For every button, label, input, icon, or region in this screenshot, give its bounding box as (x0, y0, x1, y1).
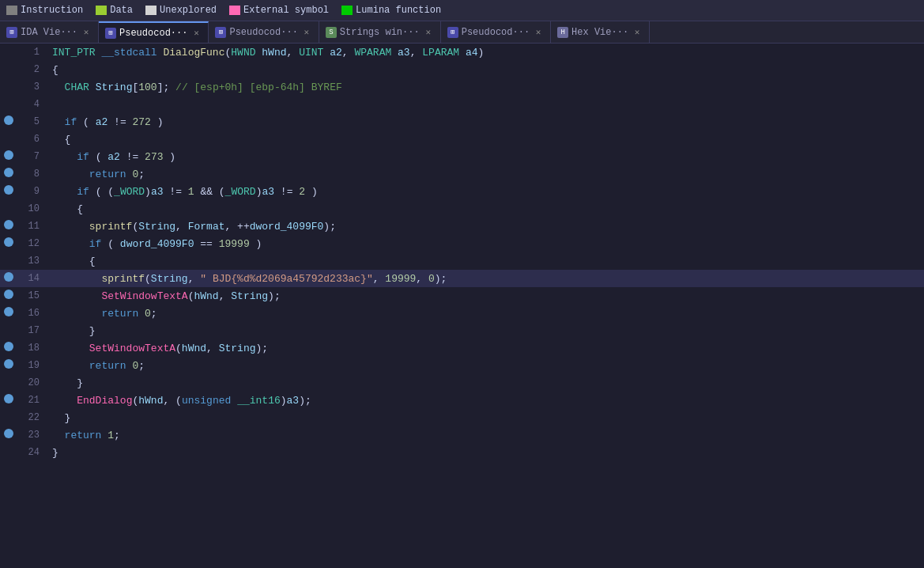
line-num-19: 19 (17, 357, 46, 374)
bp-18 (0, 339, 17, 357)
bp-9 (0, 183, 17, 200)
line-num-7: 7 (17, 148, 46, 165)
line-num-10: 10 (17, 200, 46, 218)
tab-hex-icon: H (557, 27, 568, 38)
lumina-label: Lumina function (356, 5, 441, 16)
legend-external-symbol: External symbol (229, 5, 329, 16)
table-row: 9 if ( (_WORD)a3 != 1 && (_WORD)a3 != 2 … (0, 183, 924, 200)
breakpoint-15 (4, 290, 13, 299)
code-line-2: { (46, 61, 924, 78)
line-num-22: 22 (17, 409, 46, 426)
code-line-21: EndDialog(hWnd, (unsigned __int16)a3); (46, 392, 924, 409)
tab-hex-view[interactable]: H Hex Vie··· ✕ (551, 21, 650, 43)
table-row: 2 { (0, 61, 924, 78)
data-label: Data (110, 5, 133, 16)
breakpoint-21 (4, 394, 13, 403)
tab-ida-view[interactable]: ⊞ IDA Vie··· ✕ (0, 21, 99, 43)
tab-pseudo3-close[interactable]: ✕ (533, 27, 544, 37)
tab-pseudocode-3[interactable]: ⊞ Pseudocod··· ✕ (441, 21, 551, 43)
unexplored-swatch (145, 6, 157, 15)
code-area[interactable]: 1 INT_PTR __stdcall DialogFunc(HWND hWnd… (0, 44, 924, 568)
bp-15 (0, 287, 17, 305)
breakpoint-7 (4, 150, 13, 160)
tab-ida-icon: ⊞ (6, 27, 17, 38)
tab-ida-close[interactable]: ✕ (81, 27, 92, 37)
line-num-8: 8 (17, 165, 46, 183)
code-line-22: } (46, 409, 924, 426)
tab-pseudo1-close[interactable]: ✕ (190, 28, 202, 38)
breakpoint-5 (4, 115, 13, 125)
breakpoint-16 (4, 307, 13, 316)
tab-pseudocode-1[interactable]: ⊞ Pseudocod··· ✕ (99, 21, 209, 43)
line-num-24: 24 (17, 444, 46, 461)
tab-pseudo3-label: Pseudocod··· (462, 27, 530, 38)
bp-19 (0, 357, 17, 374)
instruction-label: Instruction (21, 5, 83, 16)
bp-5 (0, 113, 17, 131)
table-row: 5 if ( a2 != 272 ) (0, 113, 924, 131)
line-num-14: 14 (17, 270, 46, 287)
code-line-24: } (46, 444, 924, 461)
table-row: 19 return 0; (0, 357, 924, 374)
code-line-3: CHAR String[100]; // [esp+0h] [ebp-64h] … (46, 78, 924, 96)
line-num-9: 9 (17, 183, 46, 200)
bp-12 (0, 235, 17, 252)
bp-8 (0, 165, 17, 183)
lumina-swatch (341, 6, 353, 15)
tab-pseudo2-close[interactable]: ✕ (301, 27, 312, 37)
breakpoint-23 (4, 429, 13, 438)
code-line-9: if ( (_WORD)a3 != 1 && (_WORD)a3 != 2 ) (46, 183, 924, 200)
code-line-14: sprintf(String, " BJD{%d%d2069a45792d233… (46, 270, 924, 287)
table-row: 16 return 0; (0, 305, 924, 322)
tab-hex-close[interactable]: ✕ (632, 27, 643, 37)
tab-pseudo2-icon: ⊞ (215, 27, 226, 38)
code-line-6: { (46, 131, 924, 148)
bp-11 (0, 218, 17, 235)
breakpoint-12 (4, 237, 13, 247)
tab-strings[interactable]: S Strings win··· ✕ (319, 21, 441, 43)
table-row: 7 if ( a2 != 273 ) (0, 148, 924, 165)
breakpoint-19 (4, 359, 13, 369)
line-num-18: 18 (17, 339, 46, 357)
table-row: 17 } (0, 322, 924, 339)
unexplored-label: Unexplored (160, 5, 217, 16)
table-row: 22 } (0, 409, 924, 426)
tab-pseudocode-2[interactable]: ⊞ Pseudocod··· ✕ (209, 21, 319, 43)
table-row: 14 sprintf(String, " BJD{%d%d2069a45792d… (0, 270, 924, 287)
code-line-8: return 0; (46, 165, 924, 183)
bp-13 (0, 252, 17, 270)
table-row: 15 SetWindowTextA(hWnd, String); (0, 287, 924, 305)
legend-data: Data (96, 5, 133, 16)
bp-4 (0, 96, 17, 113)
line-num-15: 15 (17, 287, 46, 305)
bp-3 (0, 78, 17, 96)
tab-hex-label: Hex Vie··· (571, 27, 628, 38)
bp-1 (0, 44, 17, 61)
table-row: 12 if ( dword_4099F0 == 19999 ) (0, 235, 924, 252)
legend-bar: Instruction Data Unexplored External sym… (0, 0, 924, 21)
line-num-23: 23 (17, 426, 46, 444)
breakpoint-18 (4, 342, 13, 351)
tab-pseudo1-icon: ⊞ (105, 28, 116, 39)
line-num-5: 5 (17, 113, 46, 131)
external-symbol-swatch (229, 6, 240, 15)
tab-strings-close[interactable]: ✕ (423, 27, 434, 37)
tab-pseudo3-icon: ⊞ (447, 27, 458, 38)
line-num-20: 20 (17, 374, 46, 392)
line-num-21: 21 (17, 392, 46, 409)
legend-unexplored: Unexplored (145, 5, 217, 16)
table-row: 8 return 0; (0, 165, 924, 183)
external-symbol-label: External symbol (243, 5, 329, 16)
code-line-11: sprintf(String, Format, ++dword_4099F0); (46, 218, 924, 235)
breakpoint-8 (4, 168, 13, 177)
code-line-1: INT_PTR __stdcall DialogFunc(HWND hWnd, … (46, 44, 924, 61)
tab-bar: ⊞ IDA Vie··· ✕ ⊞ Pseudocod··· ✕ ⊞ Pseudo… (0, 21, 924, 44)
tab-ida-label: IDA Vie··· (21, 27, 77, 38)
code-line-4 (46, 96, 924, 113)
code-line-13: { (46, 252, 924, 270)
table-row: 23 return 1; (0, 426, 924, 444)
bp-14 (0, 270, 17, 287)
table-row: 13 { (0, 252, 924, 270)
code-line-5: if ( a2 != 272 ) (46, 113, 924, 131)
line-num-11: 11 (17, 218, 46, 235)
